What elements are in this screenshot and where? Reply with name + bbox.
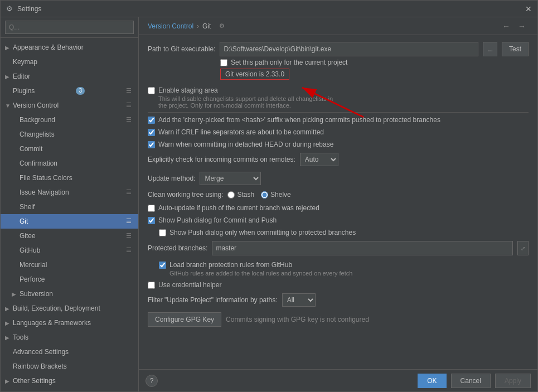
staging-helper: This will disable changelists support an… bbox=[158, 95, 333, 109]
sidebar-item-label: Editor bbox=[13, 72, 30, 80]
cancel-button[interactable]: Cancel bbox=[451, 374, 491, 388]
clean-tree-radio-group: Stash Shelve bbox=[227, 191, 290, 199]
browse-button[interactable]: ... bbox=[483, 42, 497, 56]
show-push-protected-checkbox[interactable] bbox=[159, 229, 166, 236]
main-content: ▶ Appearance & Behavior ▶ Keymap ▶ Edito… bbox=[1, 17, 537, 391]
sidebar-item-label: Commit bbox=[20, 145, 42, 153]
sidebar-item-issue-navigation[interactable]: ▶ Issue Navigation ☰ bbox=[1, 185, 138, 200]
sidebar-item-label: GitHub bbox=[20, 246, 40, 254]
sidebar-item-editor[interactable]: ▶ Editor bbox=[1, 69, 138, 84]
enable-staging-checkbox[interactable] bbox=[148, 87, 155, 94]
filter-select[interactable]: All Only affected paths bbox=[282, 293, 316, 307]
sidebar-item-commit[interactable]: ▶ Commit bbox=[1, 142, 138, 156]
cherry-pick-row: Add the 'cherry-picked from <hash>' suff… bbox=[148, 116, 529, 124]
set-path-row: Set this path only for the current proje… bbox=[220, 59, 529, 66]
sidebar-item-perforce[interactable]: ▶ Perforce bbox=[1, 272, 138, 287]
sidebar-item-label: Git bbox=[20, 217, 28, 225]
main-panel: Version Control › Git ⚙ ← → Path to Git … bbox=[139, 17, 537, 391]
sidebar-item-label: Build, Execution, Deployment bbox=[13, 304, 100, 312]
sidebar-item-label: Confirmation bbox=[20, 159, 57, 167]
sidebar-item-mercurial[interactable]: ▶ Mercurial bbox=[1, 258, 138, 272]
close-button[interactable]: ✕ bbox=[524, 4, 533, 13]
sidebar-item-languages[interactable]: ▶ Languages & Frameworks bbox=[1, 316, 138, 330]
sidebar: ▶ Appearance & Behavior ▶ Keymap ▶ Edito… bbox=[1, 17, 139, 391]
sidebar-item-label: Version Control bbox=[13, 101, 59, 109]
protected-branches-row: Protected branches: ⤢ bbox=[148, 241, 529, 255]
nav-back-button[interactable]: ← bbox=[500, 20, 513, 33]
set-path-checkbox[interactable] bbox=[220, 59, 227, 66]
test-button[interactable]: Test bbox=[502, 42, 529, 56]
sidebar-item-background[interactable]: ▶ Background ☰ bbox=[1, 113, 138, 127]
sidebar-item-plugins[interactable]: ▶ Plugins 3 ☰ bbox=[1, 84, 138, 98]
settings-content: Path to Git executable: ... Test Set thi… bbox=[139, 35, 537, 369]
sidebar-item-tools[interactable]: ▶ Tools bbox=[1, 330, 138, 345]
filter-row: Filter "Update Project" information by p… bbox=[148, 293, 529, 307]
sidebar-item-shelf[interactable]: ▶ Shelf bbox=[1, 200, 138, 214]
sidebar-item-file-status-colors[interactable]: ▶ File Status Colors bbox=[1, 171, 138, 185]
sidebar-item-github[interactable]: ▶ GitHub ☰ bbox=[1, 243, 138, 258]
expand-branches-button[interactable]: ⤢ bbox=[517, 241, 529, 255]
sidebar-item-gitee[interactable]: ▶ Gitee ☰ bbox=[1, 229, 138, 243]
sidebar-item-keymap[interactable]: ▶ Keymap bbox=[1, 55, 138, 69]
breadcrumb-separator: › bbox=[197, 22, 199, 30]
sidebar-item-advanced-settings[interactable]: ▶ Advanced Settings bbox=[1, 345, 138, 359]
path-row: Path to Git executable: ... Test bbox=[148, 42, 529, 56]
sidebar-item-label: Appearance & Behavior bbox=[13, 43, 84, 51]
sidebar-item-appearance[interactable]: ▶ Appearance & Behavior bbox=[1, 40, 138, 55]
sidebar-item-subversion[interactable]: ▶ Subversion bbox=[1, 287, 138, 301]
show-push-protected-label: Show Push dialog only when committing to… bbox=[169, 229, 356, 236]
configure-gpg-button[interactable]: Configure GPG Key bbox=[148, 312, 221, 327]
breadcrumb-bar: Version Control › Git ⚙ ← → bbox=[139, 17, 537, 35]
enable-staging-row: Enable staging area This will disable ch… bbox=[148, 86, 529, 109]
expand-icon: ▶ bbox=[5, 335, 12, 341]
sidebar-item-git[interactable]: ▶ Git ☰ bbox=[1, 214, 138, 229]
settings-icon: ☰ bbox=[126, 101, 134, 109]
cherry-pick-checkbox[interactable] bbox=[148, 117, 155, 124]
warn-detached-checkbox[interactable] bbox=[148, 141, 155, 148]
protected-branches-label: Protected branches: bbox=[148, 244, 207, 252]
breadcrumb-parent[interactable]: Version Control bbox=[148, 22, 193, 30]
sidebar-item-changelists[interactable]: ▶ Changelists bbox=[1, 127, 138, 142]
bottom-bar: ? OK Cancel Apply bbox=[139, 369, 537, 391]
shelve-radio[interactable] bbox=[261, 191, 268, 199]
help-button[interactable]: ? bbox=[146, 375, 158, 387]
sidebar-item-label: Changelists bbox=[20, 130, 55, 138]
sidebar-item-rainbow-brackets[interactable]: ▶ Rainbow Brackets bbox=[1, 359, 138, 374]
settings-icon: ☰ bbox=[126, 188, 134, 196]
credential-row: Use credential helper bbox=[148, 281, 529, 289]
warn-crlf-checkbox[interactable] bbox=[148, 129, 155, 136]
sidebar-item-label: Rainbow Brackets bbox=[13, 362, 67, 370]
sidebar-item-other-settings[interactable]: ▶ Other Settings bbox=[1, 374, 138, 388]
stash-label: Stash bbox=[237, 191, 254, 199]
shelve-option[interactable]: Shelve bbox=[261, 191, 291, 199]
help-icon: ? bbox=[150, 377, 154, 385]
sidebar-item-label: Advanced Settings bbox=[13, 348, 69, 356]
ok-button[interactable]: OK bbox=[418, 374, 446, 388]
auto-update-checkbox[interactable] bbox=[148, 205, 155, 212]
update-method-label: Update method: bbox=[148, 175, 195, 182]
sidebar-item-confirmation[interactable]: ▶ Confirmation bbox=[1, 156, 138, 171]
stash-option[interactable]: Stash bbox=[227, 191, 254, 199]
breadcrumb-settings-icon[interactable]: ⚙ bbox=[217, 22, 226, 31]
version-text: Git version is 2.33.0 bbox=[225, 70, 284, 78]
check-incoming-select[interactable]: Auto Always Never bbox=[300, 153, 338, 166]
credential-checkbox[interactable] bbox=[148, 282, 155, 289]
path-input[interactable] bbox=[220, 42, 478, 56]
protected-branches-input[interactable] bbox=[212, 241, 513, 255]
sidebar-item-label: Gitee bbox=[20, 232, 36, 240]
search-input[interactable] bbox=[5, 21, 134, 34]
nav-forward-button[interactable]: → bbox=[515, 20, 529, 33]
auto-update-label: Auto-update if push of the current branc… bbox=[158, 204, 319, 212]
settings-window: ⚙ Settings ✕ ▶ Appearance & Behavior ▶ K… bbox=[0, 0, 538, 392]
stash-radio[interactable] bbox=[227, 191, 235, 199]
sidebar-item-label: File Status Colors bbox=[20, 174, 72, 182]
warn-crlf-row: Warn if CRLF line separators are about t… bbox=[148, 128, 529, 136]
apply-button[interactable]: Apply bbox=[495, 374, 531, 388]
sidebar-item-version-control[interactable]: ▼ Version Control ☰ bbox=[1, 98, 138, 113]
show-push-checkbox[interactable] bbox=[148, 217, 155, 224]
settings-icon: ☰ bbox=[126, 232, 134, 240]
update-method-select[interactable]: Merge Rebase Branch Default bbox=[200, 172, 261, 185]
search-box bbox=[1, 17, 138, 38]
load-rules-checkbox[interactable] bbox=[159, 262, 166, 269]
sidebar-item-build[interactable]: ▶ Build, Execution, Deployment bbox=[1, 301, 138, 316]
